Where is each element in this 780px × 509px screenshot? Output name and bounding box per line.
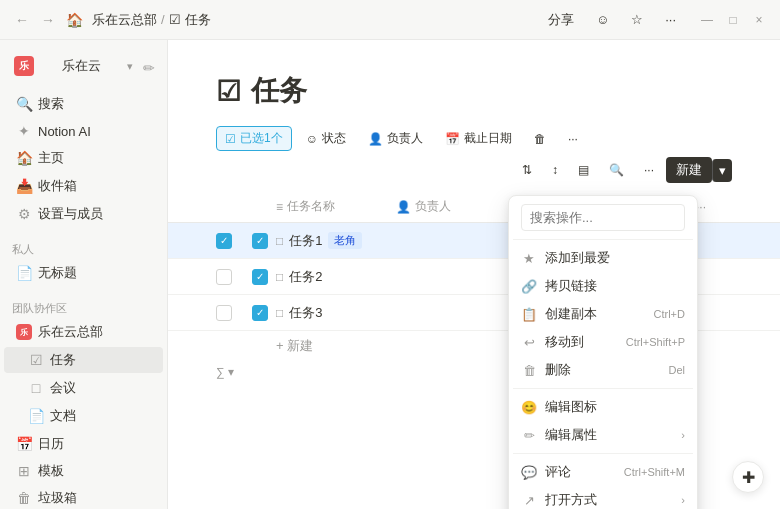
menu-item-edit-icon-label: 编辑图标 — [545, 398, 597, 416]
more-toolbar-btn[interactable]: ··· — [560, 129, 586, 149]
assignee-filter-btn[interactable]: 👤 负责人 — [360, 127, 431, 150]
layout: 乐 乐在云 ▾ ✏ 🔍 搜索 ✦ Notion AI 🏠 主页 📥 收件箱 ⚙ … — [0, 40, 780, 509]
doc-icon: 📄 — [28, 408, 44, 424]
new-button[interactable]: 新建 — [666, 157, 712, 183]
private-section-label: 私人 — [0, 236, 167, 259]
minimize-button[interactable]: — — [698, 11, 716, 29]
task-icon: ☑ — [28, 352, 44, 368]
user-icon[interactable]: ☺ — [588, 8, 617, 31]
sidebar-calendar-label: 日历 — [38, 435, 64, 453]
sidebar-no-title-label: 无标题 — [38, 264, 77, 282]
delete-menu-icon: 🗑 — [521, 362, 537, 378]
sidebar-templates-label: 模板 — [38, 462, 64, 480]
sidebar-item-inbox[interactable]: 📥 收件箱 — [4, 173, 163, 199]
menu-item-copy-link-label: 拷贝链接 — [545, 277, 597, 295]
options-btn[interactable]: ··· — [636, 160, 662, 180]
sidebar-inbox-label: 收件箱 — [38, 177, 77, 195]
duplicate-icon: 📋 — [521, 306, 537, 322]
templates-icon: ⊞ — [16, 463, 32, 479]
edit-sidebar-icon[interactable]: ✏ — [139, 56, 159, 80]
sidebar-item-settings[interactable]: ⚙ 设置与成员 — [4, 201, 163, 227]
row-status-checkbox-1[interactable]: ✓ — [252, 233, 268, 249]
search-icon: 🔍 — [16, 96, 32, 112]
menu-item-open-as[interactable]: ↗ 打开方式 › — [513, 486, 693, 509]
menu-item-comment[interactable]: 💬 评论 Ctrl+Shift+M — [513, 458, 693, 486]
page-title-text: 任务 — [251, 72, 307, 110]
menu-item-duplicate-left: 📋 创建副本 — [521, 305, 597, 323]
filter-btn[interactable]: ⇅ — [514, 160, 540, 180]
workspace-icon: 乐 — [14, 56, 34, 76]
sidebar-item-home[interactable]: 🏠 主页 — [4, 145, 163, 171]
star-icon[interactable]: ☆ — [623, 8, 651, 31]
sidebar-docs-label: 文档 — [50, 407, 76, 425]
fab-button[interactable]: ✚ — [732, 461, 764, 493]
menu-item-copy-link[interactable]: 🔗 拷贝链接 — [513, 272, 693, 300]
selected-filter-badge[interactable]: ☑ 已选1个 — [216, 126, 292, 151]
duplicate-shortcut: Ctrl+D — [654, 308, 685, 320]
more-options-icon[interactable]: ··· — [657, 8, 684, 31]
context-menu: ★ 添加到最爱 🔗 拷贝链接 📋 创建副本 Ctrl+D ↩ — [508, 195, 698, 509]
sidebar-item-search[interactable]: 🔍 搜索 — [4, 91, 163, 117]
sidebar-trash-label: 垃圾箱 — [38, 489, 77, 507]
sidebar-item-trash[interactable]: 🗑 垃圾箱 — [4, 485, 163, 509]
row-select-checkbox-3[interactable] — [216, 305, 232, 321]
menu-item-favorite[interactable]: ★ 添加到最爱 — [513, 244, 693, 272]
sidebar-item-meetings[interactable]: □ 会议 — [4, 375, 163, 401]
sidebar-item-notion-ai[interactable]: ✦ Notion AI — [4, 119, 163, 143]
breadcrumb-separator: / — [161, 12, 165, 27]
home-icon[interactable]: 🏠 — [64, 10, 84, 30]
sidebar-item-templates[interactable]: ⊞ 模板 — [4, 458, 163, 484]
date-filter-btn[interactable]: 📅 截止日期 — [437, 127, 520, 150]
fab-icon: ✚ — [742, 468, 755, 487]
menu-item-edit-props[interactable]: ✏ 编辑属性 › — [513, 421, 693, 449]
title-bar-actions: 分享 ☺ ☆ ··· — □ × — [540, 7, 768, 33]
link-icon: 🔗 — [521, 278, 537, 294]
sidebar-tasks-label: 任务 — [50, 351, 76, 369]
group-btn[interactable]: ▤ — [570, 160, 597, 180]
sidebar-item-tasks[interactable]: ☑ 任务 — [4, 347, 163, 373]
workspace-chevron: ▾ — [127, 60, 133, 73]
workspace-selector[interactable]: 乐 乐在云 ▾ — [8, 52, 139, 80]
sidebar-item-team-workspace[interactable]: 乐 乐在云总部 — [4, 319, 163, 345]
row-status-checkbox-3[interactable]: ✓ — [252, 305, 268, 321]
header-more-col[interactable]: ··· — [696, 200, 732, 214]
sort-btn[interactable]: ↕ — [544, 160, 566, 180]
menu-item-move[interactable]: ↩ 移动到 Ctrl+Shift+P — [513, 328, 693, 356]
row-status-checkbox-2[interactable]: ✓ — [252, 269, 268, 285]
delete-toolbar-btn[interactable]: 🗑 — [526, 129, 554, 149]
sidebar-team-workspace-label: 乐在云总部 — [38, 323, 103, 341]
share-button[interactable]: 分享 — [540, 7, 582, 33]
comment-shortcut: Ctrl+Shift+M — [624, 466, 685, 478]
menu-item-delete-left: 🗑 删除 — [521, 361, 571, 379]
breadcrumb-workspace[interactable]: 乐在云总部 — [92, 11, 157, 29]
page-icon: 📄 — [16, 265, 32, 281]
menu-item-copy-link-left: 🔗 拷贝链接 — [521, 277, 597, 295]
header-name-icon: ≡ — [276, 200, 283, 214]
task-tag-1: 老角 — [328, 232, 362, 249]
row-select-checkbox-1[interactable]: ✓ — [216, 233, 232, 249]
maximize-button[interactable]: □ — [724, 11, 742, 29]
menu-item-delete[interactable]: 🗑 删除 Del — [513, 356, 693, 384]
forward-button[interactable]: → — [38, 10, 58, 30]
menu-item-edit-icon[interactable]: 😊 编辑图标 — [513, 393, 693, 421]
search-btn[interactable]: 🔍 — [601, 160, 632, 180]
new-button-arrow[interactable]: ▾ — [712, 159, 732, 182]
menu-item-move-label: 移动到 — [545, 333, 584, 351]
sidebar-item-calendar[interactable]: 📅 日历 — [4, 431, 163, 457]
header-name-col[interactable]: ≡ 任务名称 — [276, 198, 396, 215]
notion-ai-icon: ✦ — [16, 123, 32, 139]
back-button[interactable]: ← — [12, 10, 32, 30]
sidebar-item-no-title[interactable]: 📄 无标题 — [4, 260, 163, 286]
header-name-text: 任务名称 — [287, 198, 335, 215]
close-button[interactable]: × — [750, 11, 768, 29]
status-filter-btn[interactable]: ☺ 状态 — [298, 127, 354, 150]
menu-item-duplicate[interactable]: 📋 创建副本 Ctrl+D — [513, 300, 693, 328]
menu-item-edit-icon-left: 😊 编辑图标 — [521, 398, 597, 416]
sidebar-item-docs[interactable]: 📄 文档 — [4, 403, 163, 429]
settings-icon: ⚙ — [16, 206, 32, 222]
context-menu-search-input[interactable] — [521, 204, 685, 231]
main-content: ☑ 任务 ☑ 已选1个 ☺ 状态 👤 负责人 📅 截止日期 🗑 ·· — [168, 40, 780, 509]
row-select-checkbox-2[interactable] — [216, 269, 232, 285]
task-name-text-2: 任务2 — [289, 268, 322, 286]
breadcrumb-page-name[interactable]: 任务 — [185, 11, 211, 29]
